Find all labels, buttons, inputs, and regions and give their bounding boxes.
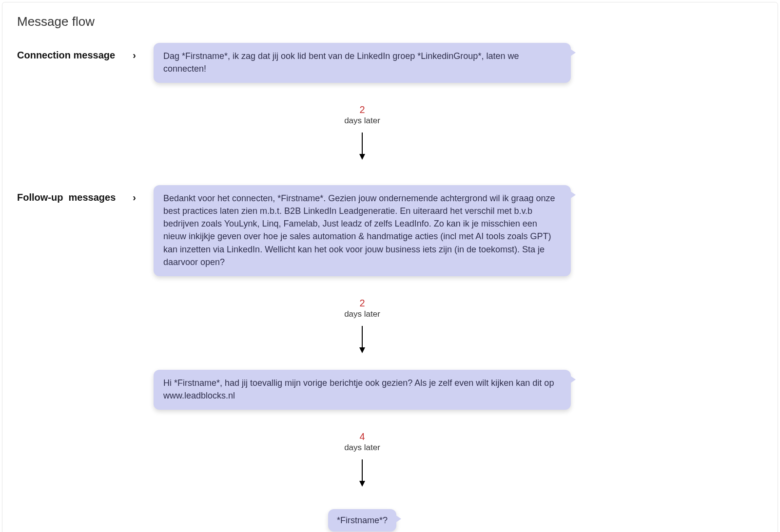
chevron-right-icon: › [133,50,136,61]
delay-1-unit: days later [154,116,571,126]
delay-2-unit: days later [154,309,571,319]
message-text-3: Hi *Firstname*, had jij toevallig mijn v… [163,378,554,400]
stage-connection: Connection message › Dag *Firstname*, ik… [16,43,764,176]
stage-connection-label: Connection message › [16,43,154,61]
message-bubble-2: Bedankt voor het connecten, *Firstname*.… [154,185,571,276]
delay-1-count: 2 [154,104,571,115]
arrow-down-icon [154,326,571,355]
svg-marker-3 [359,347,365,353]
delay-2-count: 2 [154,298,571,308]
arrow-down-icon [154,459,571,489]
message-bubble-3: Hi *Firstname*, had jij toevallig mijn v… [154,370,571,410]
panel-title: Message flow [17,14,764,29]
message-bubble-4-wrap: *Firstname*? [154,509,571,532]
flow-column: Dag *Firstname*, ik zag dat jij ook lid … [154,43,764,176]
delay-3-count: 4 [154,431,571,442]
chevron-right-icon: › [133,192,136,203]
stage-followup: Follow-up messages › Bedankt voor het co… [16,185,764,532]
message-bubble-4: *Firstname*? [328,509,396,532]
arrow-down-icon [154,133,571,162]
message-text-2: Bedankt voor het connecten, *Firstname*.… [163,193,555,266]
stage-followup-label: Follow-up messages › [16,185,154,203]
flow-column: Bedankt voor het connecten, *Firstname*.… [154,185,764,532]
delay-2: 2 days later [154,298,571,319]
message-text-4: *Firstname*? [337,515,388,525]
delay-3-unit: days later [154,443,571,453]
message-flow-panel: Message flow Connection message › Dag *F… [2,2,778,532]
delay-3: 4 days later [154,431,571,453]
stage-connection-text: Connection message [17,50,115,61]
message-bubble-1: Dag *Firstname*, ik zag dat jij ook lid … [154,43,571,83]
message-text-1: Dag *Firstname*, ik zag dat jij ook lid … [163,51,519,74]
svg-marker-1 [359,154,365,160]
delay-1: 2 days later [154,104,571,126]
svg-marker-5 [359,481,365,487]
stage-followup-text: Follow-up messages [17,192,116,203]
